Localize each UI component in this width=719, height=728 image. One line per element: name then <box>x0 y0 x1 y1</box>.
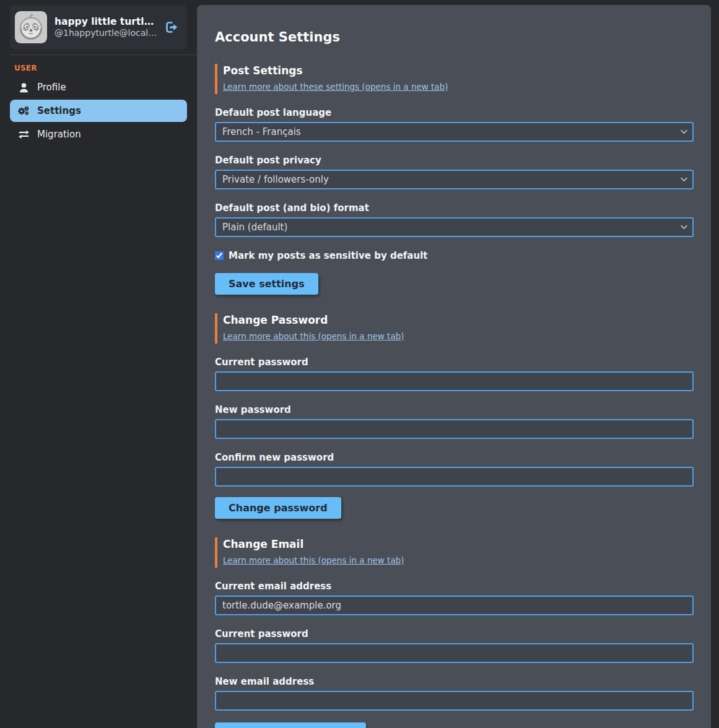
confirm-new-password-input[interactable] <box>215 467 694 487</box>
email-current-password-input[interactable] <box>215 643 694 663</box>
format-select[interactable]: Plain (default) <box>215 217 694 237</box>
format-select-wrap: Plain (default) <box>215 217 694 237</box>
language-select[interactable]: French - Français <box>215 122 694 142</box>
app-root: happy little turtl… @1happyturtle@local…… <box>0 0 719 728</box>
change-email-section: Change Email Learn more about this (open… <box>215 537 694 728</box>
avatar <box>15 11 47 43</box>
exchange-icon <box>17 130 30 139</box>
sidebar-item-migration[interactable]: Migration <box>10 123 187 145</box>
new-password-label: New password <box>215 404 694 415</box>
sidebar-item-label: Settings <box>37 105 81 116</box>
confirm-new-password-label: Confirm new password <box>215 452 694 463</box>
user-card[interactable]: happy little turtl… @1happyturtle@local… <box>10 5 187 50</box>
email-current-password-label: Current password <box>215 628 694 639</box>
section-title: Change Email <box>223 538 694 550</box>
change-password-section: Change Password Learn more about this (o… <box>215 313 694 519</box>
sensitive-checkbox[interactable] <box>215 251 224 260</box>
section-title: Change Password <box>223 314 694 326</box>
new-email-input[interactable] <box>215 691 694 711</box>
new-email-label: New email address <box>215 676 694 687</box>
user-display-name: happy little turtl… <box>54 16 154 27</box>
user-icon <box>17 82 30 93</box>
post-settings-section: Post Settings Learn more about these set… <box>215 64 694 295</box>
sidebar-item-profile[interactable]: Profile <box>10 76 187 98</box>
gears-icon <box>17 105 30 116</box>
change-password-header: Change Password Learn more about this (o… <box>215 313 694 344</box>
page-title: Account Settings <box>215 29 694 45</box>
logout-button[interactable] <box>163 20 180 35</box>
logout-icon <box>165 26 178 35</box>
change-password-button[interactable]: Change password <box>215 497 341 519</box>
sensitive-label[interactable]: Mark my posts as sensitive by default <box>229 250 427 261</box>
post-settings-header: Post Settings Learn more about these set… <box>215 64 694 94</box>
user-handle: @1happyturtle@local… <box>54 28 157 38</box>
change-email-header: Change Email Learn more about this (open… <box>215 537 694 568</box>
sidebar-nav: Profile <box>10 76 187 145</box>
privacy-select-wrap: Private / followers-only <box>215 170 694 189</box>
sensitive-checkbox-row: Mark my posts as sensitive by default <box>215 250 694 261</box>
sidebar-item-label: Migration <box>37 129 81 140</box>
section-title: Post Settings <box>223 64 694 77</box>
current-email-input[interactable] <box>215 596 694 615</box>
privacy-select[interactable]: Private / followers-only <box>215 170 694 189</box>
sidebar: happy little turtl… @1happyturtle@local…… <box>0 0 197 728</box>
user-identity: happy little turtl… @1happyturtle@local… <box>54 16 159 38</box>
new-password-input[interactable] <box>215 419 694 439</box>
change-email-button[interactable]: Change email address <box>215 722 366 728</box>
privacy-label: Default post privacy <box>215 155 694 166</box>
sidebar-divider <box>10 54 197 55</box>
current-password-input[interactable] <box>215 371 694 391</box>
sidebar-item-settings[interactable]: Settings <box>10 100 187 122</box>
learn-more-link[interactable]: Learn more about this (opens in a new ta… <box>223 331 404 341</box>
settings-panel: Account Settings Post Settings Learn mor… <box>197 5 711 728</box>
learn-more-link[interactable]: Learn more about this (opens in a new ta… <box>223 555 404 565</box>
format-label: Default post (and bio) format <box>215 202 694 214</box>
sidebar-item-label: Profile <box>37 82 66 93</box>
current-email-label: Current email address <box>215 581 694 592</box>
language-label: Default post language <box>215 107 694 118</box>
sidebar-section-user: USER <box>10 64 187 72</box>
current-password-label: Current password <box>215 357 694 368</box>
learn-more-link[interactable]: Learn more about these settings (opens i… <box>223 82 448 92</box>
language-select-wrap: French - Français <box>215 122 694 142</box>
save-settings-button[interactable]: Save settings <box>215 273 318 295</box>
